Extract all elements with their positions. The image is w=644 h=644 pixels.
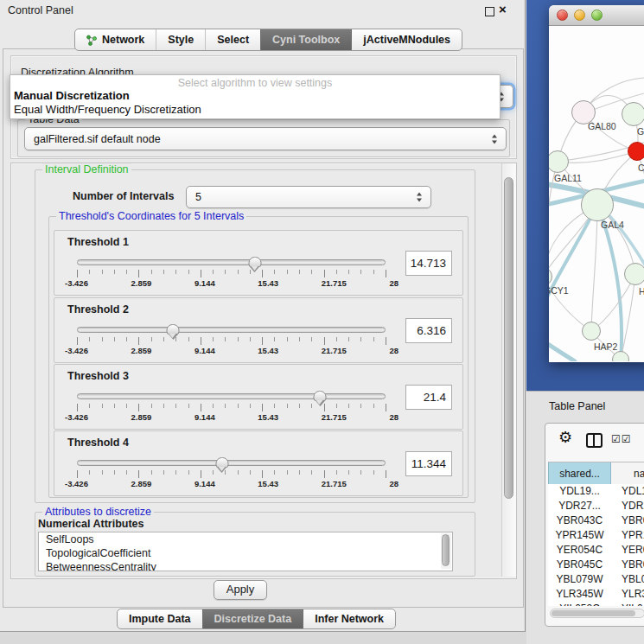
cell-shared-name: YBL079W: [548, 572, 611, 587]
column-header-shared-name[interactable]: shared...: [548, 462, 611, 485]
slider-tick-label: 9.144: [194, 479, 215, 488]
float-window-icon[interactable]: [485, 7, 494, 16]
network-node[interactable]: [624, 263, 644, 285]
number-of-intervals-value: 5: [187, 191, 201, 203]
slider-tick-label: 15.43: [258, 278, 278, 288]
network-canvas[interactable]: GAL80GACGAL11GAL4GCY1HHAP2: [549, 26, 644, 361]
close-traffic-light-icon[interactable]: [557, 10, 568, 21]
cell-name: YIL0: [611, 602, 643, 606]
minimize-traffic-light-icon[interactable]: [574, 10, 585, 21]
number-of-intervals-combobox[interactable]: 5: [186, 186, 431, 208]
list-item[interactable]: BetweennessCentrality: [39, 560, 452, 571]
table-data-combobox[interactable]: galFiltered.sif default node: [24, 127, 507, 150]
network-desktop: GAL80GACGAL11GAL4GCY1HHAP2: [526, 0, 644, 391]
slider-tick-label: -3.426: [65, 479, 88, 488]
list-item[interactable]: TopologicalCoefficient: [39, 546, 452, 560]
table-row[interactable]: YIL052C YIL0: [548, 602, 644, 606]
algorithm-option-manual[interactable]: Manual Discretization: [10, 89, 500, 103]
threshold-4-panel: Threshold 4 -3.4262.8599.14415.4321.7152…: [54, 430, 463, 496]
slider-tick-label: 15.43: [258, 479, 278, 488]
network-view-window[interactable]: GAL80GACGAL11GAL4GCY1HHAP2: [549, 5, 644, 362]
threshold-3-value-field[interactable]: 21.4: [405, 385, 452, 410]
slider-tick-label: 2.859: [131, 479, 152, 488]
network-node-label: GCY1: [549, 285, 569, 296]
slider-tick-labels: -3.4262.8599.14415.4321.71528: [65, 412, 399, 422]
network-node-label: HAP2: [594, 341, 617, 352]
settings-scrollbar[interactable]: [501, 163, 516, 577]
threshold-4-slider-thumb[interactable]: [215, 457, 228, 468]
tab-network[interactable]: Network: [75, 29, 156, 50]
network-icon: [86, 35, 97, 46]
slider-tick-label: 28: [389, 346, 399, 355]
zoom-traffic-light-icon[interactable]: [591, 10, 603, 21]
table-panel-region: Table Panel ⚙ ☑☑ shared... na YDL19... Y…: [526, 391, 644, 644]
table-row[interactable]: YER054C YER0: [548, 543, 644, 558]
threshold-2-slider[interactable]: [77, 327, 386, 333]
cell-name: YBL0: [611, 572, 644, 587]
attributes-list-scrollbar-thumb[interactable]: [442, 534, 450, 566]
cell-shared-name: YPR145W: [548, 528, 611, 543]
threshold-1-value-field[interactable]: 14.713: [405, 251, 452, 276]
threshold-2-label: Threshold 2: [67, 303, 129, 316]
tab-discretize-data[interactable]: Discretize Data: [202, 609, 303, 628]
column-header-name[interactable]: na: [611, 462, 644, 485]
table-row[interactable]: YBL079W YBL0: [548, 572, 644, 587]
network-node[interactable]: [581, 188, 614, 221]
network-node[interactable]: [582, 322, 601, 341]
list-item[interactable]: SelfLoops: [39, 532, 452, 546]
cell-name: YDR2: [611, 499, 644, 513]
tab-infer-network[interactable]: Infer Network: [303, 609, 395, 628]
combo-arrows-icon: [492, 134, 498, 143]
table-horizontal-scrollbar-thumb[interactable]: [552, 610, 635, 616]
threshold-3-slider-thumb[interactable]: [314, 391, 327, 401]
threshold-2-slider-thumb[interactable]: [167, 324, 180, 335]
tab-select[interactable]: Select: [205, 29, 260, 50]
network-node-label: GAL80: [588, 121, 616, 131]
tab-style[interactable]: Style: [156, 29, 205, 50]
network-node[interactable]: [622, 102, 644, 126]
threshold-1-slider[interactable]: [77, 259, 386, 265]
threshold-1-slider-thumb[interactable]: [248, 257, 261, 267]
slider-tick-label: 21.715: [322, 412, 347, 422]
table-row[interactable]: YDR27... YDR2: [548, 499, 644, 513]
node-table-card: ⚙ ☑☑ shared... na YDL19... YDL1: [545, 423, 644, 627]
select-columns-checkboxes-icon[interactable]: ☑☑: [611, 433, 632, 445]
algorithm-dropdown-popup: Select algorithm to view settings Manual…: [10, 74, 501, 119]
columns-icon[interactable]: [586, 433, 603, 448]
algorithm-popup-hint: Select algorithm to view settings: [10, 75, 500, 89]
slider-ticks: [77, 337, 386, 345]
network-window-titlebar: [549, 5, 644, 26]
network-node[interactable]: [628, 142, 644, 161]
threshold-4-value-field[interactable]: 11.344: [405, 451, 452, 476]
attributes-list-scrollbar[interactable]: [441, 533, 451, 569]
table-row[interactable]: YBR043C YBR0: [548, 513, 644, 528]
cell-name: YPR1: [611, 528, 644, 543]
threshold-3-slider[interactable]: [77, 393, 386, 399]
threshold-2-value-field[interactable]: 6.316: [405, 318, 452, 343]
cell-name: YBR0: [611, 558, 644, 572]
cyni-mode-tab-bar: Impute Data Discretize Data Infer Networ…: [117, 609, 396, 629]
slider-ticks: [77, 404, 386, 411]
cell-shared-name: YLR345W: [548, 587, 611, 602]
table-data-selected-value: galFiltered.sif default node: [25, 133, 161, 145]
algorithm-option-equal-width[interactable]: Equal Width/Frequency Discretization: [10, 103, 500, 117]
threshold-4-label: Threshold 4: [67, 437, 129, 449]
table-row[interactable]: YLR345W YLR3: [548, 587, 644, 602]
cell-shared-name: YDR27...: [548, 499, 611, 513]
table-panel-title: Table Panel: [549, 400, 605, 412]
table-row[interactable]: YBR045C YBR0: [548, 558, 644, 572]
table-horizontal-scrollbar[interactable]: [550, 609, 644, 618]
tab-cyni-toolbox[interactable]: Cyni Toolbox: [260, 29, 351, 50]
table-row[interactable]: YDL19... YDL1: [548, 484, 644, 499]
table-row[interactable]: YPR145W YPR1: [548, 528, 644, 543]
slider-tick-label: 9.144: [194, 346, 215, 355]
slider-tick-labels: -3.4262.8599.14415.4321.71528: [65, 346, 399, 355]
gear-icon[interactable]: ⚙: [558, 430, 572, 445]
tab-jactivemnodules[interactable]: jActiveMNodules: [351, 29, 462, 50]
tab-impute-data[interactable]: Impute Data: [118, 609, 202, 628]
close-icon[interactable]: ×: [499, 2, 507, 16]
threshold-4-slider[interactable]: [77, 460, 386, 466]
right-region: GAL80GACGAL11GAL4GCY1HHAP2 Table Panel ⚙…: [526, 0, 644, 644]
settings-scrollbar-thumb[interactable]: [504, 177, 513, 499]
apply-button[interactable]: Apply: [214, 580, 267, 600]
